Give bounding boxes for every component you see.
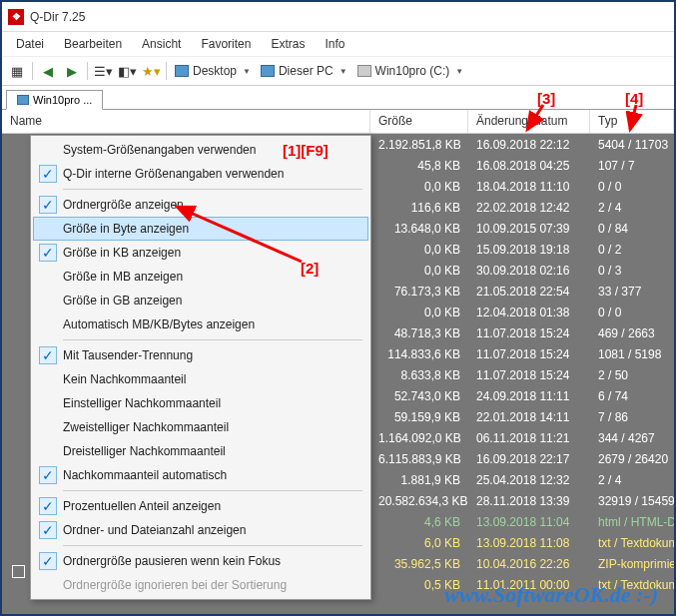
cell-date: 13.09.2018 11:04: [468, 515, 590, 529]
cell-size: 6,0 KB: [370, 536, 468, 550]
menu-item-label: Prozentuellen Anteil anzeigen: [63, 499, 221, 513]
menu-item[interactable]: Größe in GB anzeigen: [33, 289, 368, 312]
menu-item[interactable]: ✓Prozentuellen Anteil anzeigen: [33, 494, 368, 518]
header-size[interactable]: Größe: [370, 110, 468, 133]
cell-date: 13.09.2018 11:08: [468, 536, 590, 550]
cell-type: 6 / 74: [590, 389, 674, 403]
menu-ansicht[interactable]: Ansicht: [132, 37, 191, 51]
cell-type: 32919 / 154599: [590, 494, 674, 508]
cell-date: 25.04.2018 12:32: [468, 473, 590, 487]
cell-size: 0,0 KB: [370, 243, 468, 257]
menu-item[interactable]: ✓Ordnergröße pausieren wenn kein Fokus: [33, 549, 368, 573]
layout-icon[interactable]: ▦: [6, 60, 28, 82]
cell-size: 116,6 KB: [370, 201, 468, 215]
tab-win10pro[interactable]: Win10pro ...: [6, 90, 103, 110]
header-name[interactable]: Name: [2, 110, 370, 133]
menu-item: Ordnergröße ignorieren bei der Sortierun…: [33, 573, 368, 597]
cell-date: 11.07.2018 15:24: [468, 347, 590, 361]
menu-item[interactable]: ✓Größe in KB anzeigen: [33, 241, 368, 265]
check-icon: ✓: [39, 466, 57, 484]
cell-type: 1081 / 5198: [590, 347, 674, 361]
menu-separator: [63, 189, 362, 190]
menu-item[interactable]: ✓Q-Dir interne Größenangaben verwenden: [33, 162, 368, 186]
cell-date: 28.11.2018 13:39: [468, 494, 590, 508]
toolbar: ▦ ◀ ▶ ☰▾ ◧▾ ★▾ Desktop▼ Dieser PC▼ Win10…: [2, 56, 674, 86]
cell-size: 48.718,3 KB: [370, 326, 468, 340]
cell-type: txt / Textdokument: [590, 536, 674, 550]
cell-type: html / HTML-Datei: [590, 515, 674, 529]
checkbox-icon[interactable]: [12, 565, 25, 578]
check-icon: ✓: [39, 552, 57, 570]
menu-item-label: Zweistelliger Nachkommaanteil: [63, 420, 229, 434]
menu-item-label: Ordnergröße ignorieren bei der Sortierun…: [63, 578, 287, 592]
win10pro-dropdown[interactable]: Win10pro (C:)▼: [353, 60, 468, 82]
check-icon: ✓: [39, 346, 57, 364]
cell-size: 0,0 KB: [370, 264, 468, 278]
menu-item[interactable]: ✓Mit Tausender-Trennung: [33, 343, 368, 367]
cell-date: 06.11.2018 11:21: [468, 431, 590, 445]
menu-item[interactable]: Dreistelliger Nachkommaanteil: [33, 439, 368, 463]
cell-size: 0,0 KB: [370, 306, 468, 319]
menu-item[interactable]: Zweistelliger Nachkommaanteil: [33, 415, 368, 439]
cell-type: 2679 / 26420: [590, 452, 674, 466]
cell-type: 0 / 3: [590, 264, 674, 278]
cell-size: 2.192.851,8 KB: [370, 138, 468, 152]
cell-type: 0 / 84: [590, 222, 674, 236]
forward-icon[interactable]: ▶: [61, 60, 83, 82]
menu-item-label: System-Größenangaben verwenden: [63, 143, 256, 157]
header-date[interactable]: Änderungsdatum: [468, 110, 590, 133]
cell-size: 8.633,8 KB: [370, 368, 468, 382]
cell-date: 21.05.2018 22:54: [468, 285, 590, 299]
cell-date: 11.07.2018 15:24: [468, 326, 590, 340]
menu-item[interactable]: Größe in MB anzeigen: [33, 265, 368, 289]
cell-size: 1.881,9 KB: [370, 473, 468, 487]
menu-item-label: Ordnergröße anzeigen: [63, 198, 184, 212]
cell-date: 10.04.2016 22:26: [468, 557, 590, 571]
menu-bearbeiten[interactable]: Bearbeiten: [54, 37, 132, 51]
cell-size: 4,6 KB: [370, 515, 468, 529]
cell-size: 59.159,9 KB: [370, 410, 468, 424]
check-icon: ✓: [39, 521, 57, 539]
menu-separator: [63, 490, 362, 491]
cell-type: 0 / 0: [590, 180, 674, 194]
menu-item[interactable]: Größe in Byte anzeigen: [33, 217, 368, 241]
menu-item[interactable]: ✓Ordnergröße anzeigen: [33, 193, 368, 217]
menu-item[interactable]: ✓Nachkommaanteil automatisch: [33, 463, 368, 487]
menu-item[interactable]: ✓Ordner- und Dateianzahl anzeigen: [33, 518, 368, 542]
menu-item[interactable]: System-Größenangaben verwenden: [33, 138, 368, 162]
menu-item[interactable]: Kein Nachkommaanteil: [33, 367, 368, 391]
context-menu: System-Größenangaben verwenden✓Q-Dir int…: [30, 135, 371, 600]
menu-datei[interactable]: Datei: [6, 37, 54, 51]
cell-date: 30.09.2018 02:16: [468, 264, 590, 278]
fav-icon[interactable]: ★▾: [140, 60, 162, 82]
menu-item[interactable]: Einstelliger Nachkommaanteil: [33, 391, 368, 415]
menu-favoriten[interactable]: Favoriten: [191, 37, 261, 51]
color-icon[interactable]: ◧▾: [116, 60, 138, 82]
tabbar: Win10pro ...: [2, 86, 674, 110]
check-icon: ✓: [39, 196, 57, 214]
menu-extras[interactable]: Extras: [261, 37, 315, 51]
cell-type: 107 / 7: [590, 159, 674, 173]
cell-type: 2 / 4: [590, 473, 674, 487]
menubar: Datei Bearbeiten Ansicht Favoriten Extra…: [2, 32, 674, 56]
cell-date: 11.07.2018 15:24: [468, 368, 590, 382]
menu-item-label: Kein Nachkommaanteil: [63, 372, 186, 386]
menu-item-label: Größe in Byte anzeigen: [63, 222, 189, 236]
cell-date: 12.04.2018 01:38: [468, 306, 590, 319]
cell-date: 24.09.2018 11:11: [468, 389, 590, 403]
menu-info[interactable]: Info: [315, 37, 354, 51]
menu-item-label: Ordner- und Dateianzahl anzeigen: [63, 523, 246, 537]
view-icon[interactable]: ☰▾: [92, 60, 114, 82]
back-icon[interactable]: ◀: [37, 60, 59, 82]
desktop-dropdown[interactable]: Desktop▼: [171, 60, 255, 82]
window-title: Q-Dir 7.25: [30, 10, 85, 24]
app-icon: ❖: [8, 9, 24, 25]
menu-item-label: Mit Tausender-Trennung: [63, 348, 193, 362]
menu-item[interactable]: Automatisch MB/KB/Bytes anzeigen: [33, 312, 368, 336]
header-type[interactable]: Typ: [590, 110, 674, 133]
cell-type: 344 / 4267: [590, 431, 674, 445]
cell-size: 0,0 KB: [370, 180, 468, 194]
dieserpc-dropdown[interactable]: Dieser PC▼: [257, 60, 351, 82]
cell-date: 10.09.2015 07:39: [468, 222, 590, 236]
cell-date: 16.09.2018 22:12: [468, 138, 590, 152]
